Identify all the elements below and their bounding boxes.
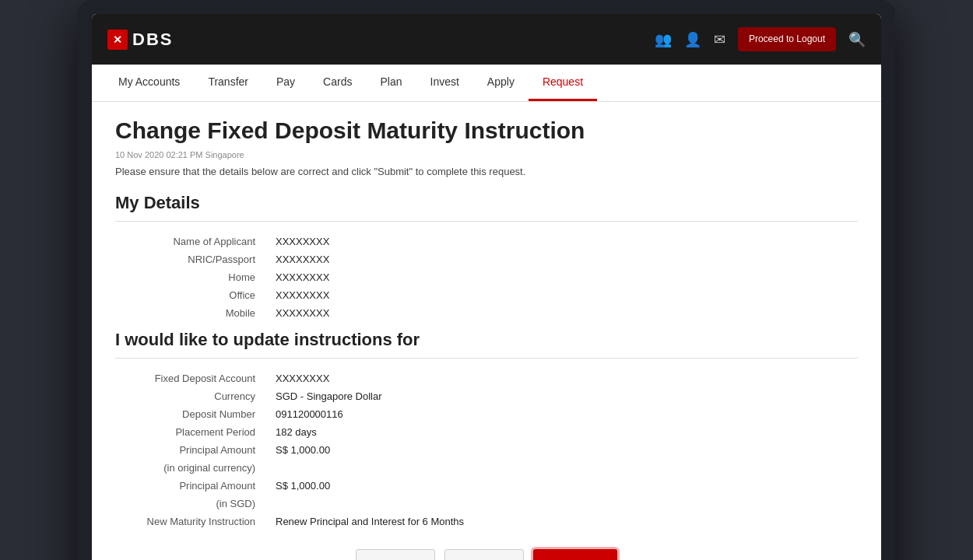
laptop-frame: ✕ DBS 👥 👤 ✉ Proceed to Logout 🔍 My Accou…: [78, 0, 895, 560]
group-icon[interactable]: 👥: [655, 31, 672, 48]
nav-request[interactable]: Request: [529, 65, 597, 101]
value-placement-period: 182 days: [271, 423, 858, 441]
table-row: Home XXXXXXXX: [115, 268, 858, 286]
label-office: Office: [115, 286, 271, 304]
table-row: Principal Amount S$ 1,000.00: [115, 477, 858, 495]
label-currency: Currency: [115, 387, 271, 405]
value-nric: XXXXXXXX: [271, 250, 858, 268]
label-name-applicant: Name of Applicant: [115, 233, 271, 250]
sublabel-original-currency: (in original currency): [115, 459, 271, 477]
label-principal-amount-orig: Principal Amount: [115, 441, 271, 459]
instruction-text: Please ensure that the details below are…: [115, 166, 858, 177]
value-deposit-number: 091120000116: [271, 405, 858, 423]
person-icon[interactable]: 👤: [684, 31, 701, 48]
laptop-screen: ✕ DBS 👥 👤 ✉ Proceed to Logout 🔍 My Accou…: [92, 14, 881, 560]
label-fd-account: Fixed Deposit Account: [115, 369, 271, 387]
table-row: Deposit Number 091120000116: [115, 405, 858, 423]
table-row: Principal Amount S$ 1,000.00: [115, 441, 858, 459]
amend-button[interactable]: Amend: [444, 549, 524, 560]
update-details-table: Fixed Deposit Account XXXXXXXX Currency …: [115, 369, 858, 530]
timestamp: 10 Nov 2020 02:21 PM Singapore: [115, 150, 858, 159]
label-mobile: Mobile: [115, 304, 271, 322]
logo-icon: ✕: [107, 30, 128, 50]
nav-transfer[interactable]: Transfer: [194, 65, 262, 101]
nav-plan[interactable]: Plan: [366, 65, 416, 101]
table-row: New Maturity Instruction Renew Principal…: [115, 513, 858, 530]
header-right: 👥 👤 ✉ Proceed to Logout 🔍: [655, 27, 866, 52]
table-row: Placement Period 182 days: [115, 423, 858, 441]
my-details-title: My Details: [115, 193, 858, 213]
logout-button[interactable]: Proceed to Logout: [738, 27, 836, 52]
value-home: XXXXXXXX: [271, 268, 858, 286]
logout-label: Proceed to Logout: [749, 33, 825, 46]
nav-bar: My Accounts Transfer Pay Cards Plan Inve…: [92, 65, 881, 102]
divider-2: [115, 358, 858, 359]
action-buttons: Cancel Amend Submit: [115, 549, 858, 560]
nav-cards[interactable]: Cards: [309, 65, 366, 101]
update-section-title: I would like to update instructions for: [115, 330, 858, 350]
value-mobile: XXXXXXXX: [271, 304, 858, 322]
label-nric: NRIC/Passport: [115, 250, 271, 268]
my-details-table: Name of Applicant XXXXXXXX NRIC/Passport…: [115, 233, 858, 322]
value-principal-amount-sgd: S$ 1,000.00: [271, 477, 858, 495]
cancel-button[interactable]: Cancel: [356, 549, 435, 560]
nav-apply[interactable]: Apply: [473, 65, 529, 101]
nav-my-accounts[interactable]: My Accounts: [104, 65, 194, 101]
table-row: NRIC/Passport XXXXXXXX: [115, 250, 858, 268]
table-row-sublabel: (in original currency): [115, 459, 858, 477]
table-row: Currency SGD - Singapore Dollar: [115, 387, 858, 405]
value-name-applicant: XXXXXXXX: [271, 233, 858, 250]
value-office: XXXXXXXX: [271, 286, 858, 304]
value-fd-account: XXXXXXXX: [271, 369, 858, 387]
table-row: Fixed Deposit Account XXXXXXXX: [115, 369, 858, 387]
value-principal-amount-orig: S$ 1,000.00: [271, 441, 858, 459]
logo: ✕ DBS: [107, 30, 173, 50]
value-currency: SGD - Singapore Dollar: [271, 387, 858, 405]
logo-text: DBS: [132, 30, 173, 50]
table-row: Office XXXXXXXX: [115, 286, 858, 304]
table-row: Name of Applicant XXXXXXXX: [115, 233, 858, 250]
label-principal-amount-sgd: Principal Amount: [115, 477, 271, 495]
value-new-maturity: Renew Principal and Interest for 6 Month…: [271, 513, 858, 530]
search-icon[interactable]: 🔍: [848, 31, 866, 48]
main-content: Change Fixed Deposit Maturity Instructio…: [92, 102, 881, 560]
divider-1: [115, 221, 858, 222]
submit-button[interactable]: Submit: [533, 549, 616, 560]
table-row-sublabel: (in SGD): [115, 495, 858, 513]
page-title: Change Fixed Deposit Maturity Instructio…: [115, 117, 858, 144]
nav-invest[interactable]: Invest: [416, 65, 473, 101]
sublabel-sgd: (in SGD): [115, 495, 271, 513]
mail-icon[interactable]: ✉: [714, 31, 725, 48]
top-header: ✕ DBS 👥 👤 ✉ Proceed to Logout 🔍: [92, 14, 881, 65]
label-deposit-number: Deposit Number: [115, 405, 271, 423]
table-row: Mobile XXXXXXXX: [115, 304, 858, 322]
nav-pay[interactable]: Pay: [262, 65, 309, 101]
label-home: Home: [115, 268, 271, 286]
label-placement-period: Placement Period: [115, 423, 271, 441]
label-new-maturity: New Maturity Instruction: [115, 513, 271, 530]
